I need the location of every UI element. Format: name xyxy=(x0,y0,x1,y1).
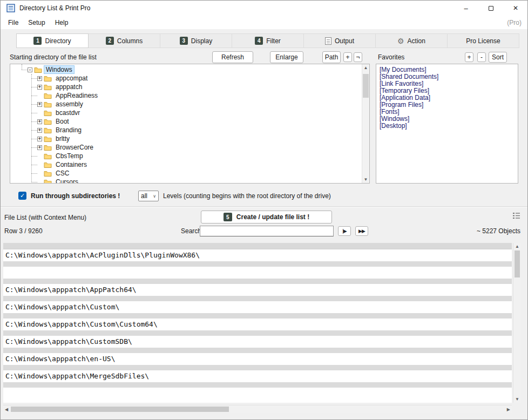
path-button[interactable]: Path xyxy=(322,51,341,63)
tab-output[interactable]: Output xyxy=(304,33,376,48)
scroll-down-arrow-icon[interactable]: ▼ xyxy=(513,397,521,402)
search-row: Row 3 / 9260 Search |▶ ▶▶ ~ 5227 Objects xyxy=(0,226,528,238)
file-list-row[interactable]: C:\Windows\apppatch\en-US\ xyxy=(3,353,512,365)
menu-bar: FileSetupHelp (Pro) xyxy=(0,16,528,29)
tab-filter[interactable]: 4Filter xyxy=(232,33,304,48)
tree-item-bcastdvr[interactable]: bcastdvr xyxy=(10,109,369,117)
scroll-up-arrow-icon[interactable]: ▲ xyxy=(513,244,521,249)
favorites-remove-button[interactable]: - xyxy=(477,52,486,62)
tree-item-containers[interactable]: Containers xyxy=(10,160,369,169)
menu-file[interactable]: File xyxy=(3,16,23,29)
tree-connector-stub xyxy=(31,139,37,139)
tree-item-label: CSC xyxy=(54,170,71,177)
collapse-box-icon[interactable]: - xyxy=(28,67,32,72)
expand-box-icon[interactable]: + xyxy=(37,128,42,133)
tree-item-label: assembly xyxy=(54,100,85,108)
create-file-list-button[interactable]: 5 Create / update file list ! xyxy=(201,211,332,223)
tab-action[interactable]: ⚙Action xyxy=(376,33,448,48)
close-button[interactable]: ✕ xyxy=(503,0,528,16)
tree-item-appcompat[interactable]: +appcompat xyxy=(10,74,369,83)
tree-connector-stub xyxy=(31,113,37,113)
file-list-row[interactable]: C:\Windows\apppatch\AcPluginDlls\PluginW… xyxy=(3,249,512,261)
tab-label: Directory xyxy=(45,37,71,45)
tree-item-label: Cursors xyxy=(54,178,80,184)
file-list-row[interactable]: C:\Windows\apppatch\Custom\Custom64\ xyxy=(3,319,512,330)
refresh-button[interactable]: Refresh xyxy=(212,51,253,63)
find-next-button[interactable]: |▶ xyxy=(338,226,351,236)
expand-box-icon[interactable]: + xyxy=(37,85,42,90)
tree-item-branding[interactable]: +Branding xyxy=(10,126,369,134)
folder-icon xyxy=(44,179,52,184)
tab-columns[interactable]: 2Columns xyxy=(89,33,160,48)
expand-box-icon[interactable]: + xyxy=(37,119,42,124)
scrollbar-thumb[interactable] xyxy=(363,74,369,98)
menu-setup[interactable]: Setup xyxy=(23,16,50,29)
tree-item-assembly[interactable]: +assembly xyxy=(10,100,369,109)
row-separator xyxy=(3,313,512,319)
favorite-item[interactable]: [Desktop] xyxy=(376,123,518,130)
folder-icon xyxy=(44,144,52,151)
file-list-label: File List (with Context Menu) xyxy=(4,214,86,221)
tree-item-label: BrowserCore xyxy=(54,144,95,151)
search-label: Search xyxy=(181,227,201,235)
levels-dropdown[interactable]: all ∨ xyxy=(138,191,159,201)
tree-item-label: bcastdvr xyxy=(54,109,82,117)
minimize-button[interactable]: – xyxy=(453,0,478,16)
file-list-horizontal-scrollbar[interactable]: ◀ ▶ xyxy=(3,405,512,413)
file-list-row[interactable]: C:\Windows\apppatch\AppPatch64\ xyxy=(3,284,512,296)
folder-icon xyxy=(44,110,52,116)
run-subdirectories-checkbox[interactable]: ✓ xyxy=(18,192,26,200)
menu-help[interactable]: Help xyxy=(50,16,73,29)
enlarge-button[interactable]: Enlarge xyxy=(270,51,303,63)
folder-icon xyxy=(44,127,52,133)
folder-icon xyxy=(44,153,52,159)
tab-directory[interactable]: 1Directory xyxy=(16,33,89,48)
folder-icon xyxy=(44,118,52,125)
run-subdirectories-label: Run through subdirectories ! xyxy=(31,192,120,200)
tree-item-boot[interactable]: +Boot xyxy=(10,117,369,126)
tab-display[interactable]: 3Display xyxy=(160,33,232,48)
folder-icon xyxy=(44,170,52,177)
tree-item-cursors[interactable]: Cursors xyxy=(10,178,369,184)
tree-connector-stub xyxy=(31,96,37,96)
tree-item-appreadiness[interactable]: AppReadiness xyxy=(10,91,369,100)
directory-tree-panel: -Windows+appcompat+apppatchAppReadiness+… xyxy=(10,64,370,184)
tree-item-browsercore[interactable]: +BrowserCore xyxy=(10,143,369,152)
expand-box-icon[interactable]: + xyxy=(37,137,42,141)
tree-item-windows[interactable]: -Windows xyxy=(10,65,369,74)
favorites-add-button[interactable]: + xyxy=(465,52,473,62)
find-all-button[interactable]: ▶▶ xyxy=(355,226,368,236)
file-list-row[interactable] xyxy=(3,267,512,279)
tree-item-apppatch[interactable]: +apppatch xyxy=(10,83,369,91)
scroll-down-arrow-icon[interactable]: ▼ xyxy=(362,177,369,182)
favorites-sort-button[interactable]: Sort xyxy=(489,52,507,63)
expand-box-icon[interactable]: + xyxy=(37,145,42,150)
tab-label: Display xyxy=(191,37,212,45)
search-input[interactable] xyxy=(200,226,334,236)
scroll-right-arrow-icon[interactable]: ▶ xyxy=(507,407,510,412)
file-list-row[interactable]: C:\Windows\apppatch\CustomSDB\ xyxy=(3,336,512,348)
expand-tree-button[interactable]: + xyxy=(343,52,352,62)
file-list-vertical-scrollbar[interactable]: ▲ ▼ xyxy=(513,243,521,403)
directory-tree: -Windows+appcompat+apppatchAppReadiness+… xyxy=(10,64,369,183)
tab-number-badge: 2 xyxy=(106,37,114,45)
tab-label: Filter xyxy=(266,37,281,45)
file-list-row[interactable]: C:\Windows\apppatch\Custom\ xyxy=(3,301,512,313)
expand-box-icon[interactable]: + xyxy=(37,102,42,107)
scrollbar-thumb[interactable] xyxy=(11,407,229,412)
tree-item-csc[interactable]: CSC xyxy=(10,169,369,178)
maximize-button[interactable] xyxy=(478,0,503,16)
collapse-tree-button[interactable]: ¬ xyxy=(354,52,362,62)
tree-item-label: Windows xyxy=(44,66,74,73)
scrollbar-thumb[interactable] xyxy=(515,250,520,277)
expand-box-icon[interactable]: + xyxy=(37,76,42,81)
scroll-up-arrow-icon[interactable]: ▲ xyxy=(362,65,369,70)
tree-connector-stub xyxy=(31,78,37,79)
tree-vertical-scrollbar[interactable]: ▲ ▼ xyxy=(362,64,369,183)
scroll-left-arrow-icon[interactable]: ◀ xyxy=(5,407,8,412)
tree-item-cbstemp[interactable]: CbsTemp xyxy=(10,152,369,160)
tree-item-brltty[interactable]: +brltty xyxy=(10,134,369,143)
list-layout-icon[interactable] xyxy=(512,212,520,221)
file-list-row[interactable]: C:\Windows\apppatch\MergeSdbFiles\ xyxy=(3,370,512,382)
tab-pro-license[interactable]: Pro License xyxy=(448,33,519,48)
